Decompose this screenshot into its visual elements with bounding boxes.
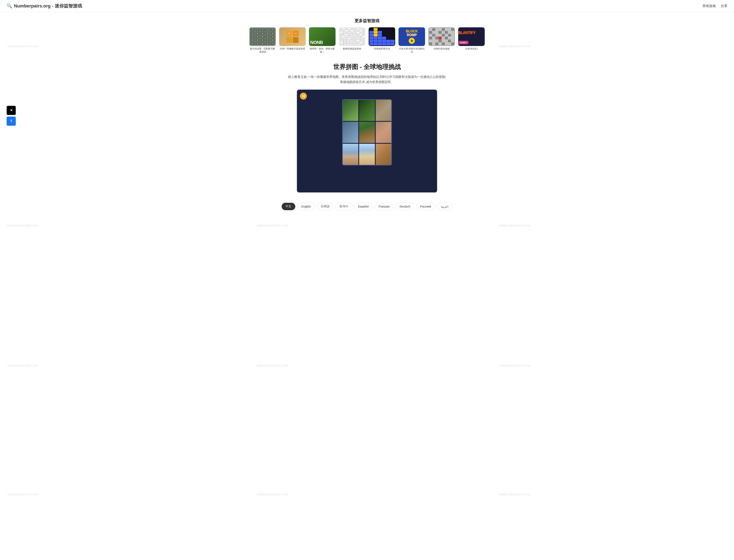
language-selector: 中文 English 日本語 한국어 Español Français Deut… [0, 197, 734, 217]
lang-btn-zh[interactable]: 中文 [281, 203, 295, 210]
more-games-title: 更多益智游戏 [7, 18, 727, 24]
game-title-sudoku: 数独经典益智游戏 [339, 47, 365, 50]
share-x-button[interactable]: ✕ [7, 106, 16, 115]
puzzle-piece-8 [359, 144, 375, 165]
puzzle-piece-9 [376, 144, 391, 165]
pause-button[interactable] [300, 93, 307, 100]
header: 🔍 Numberpairs.org - 迷你益智游戏 所有游戏 分享 [0, 0, 734, 12]
site-logo: 🔍 Numberpairs.org - 迷你益智游戏 [7, 3, 82, 9]
game-thumbnail-sudoku: 685974 724316 4376128 3894762 4752638 96… [339, 27, 365, 46]
main-game-section: 世界拼图 - 全球地理挑战 踏上教育之旅,一块一块重建世界地图。世界拼图挑战您的… [0, 59, 734, 197]
game-card-cannonball[interactable]: NONB 炮弹球 - 滚动、弹跳与爆破！ [309, 27, 335, 54]
game-card-minesweeper[interactable]: 12132 13212 21213 3🚩221 123132 1221 经典扫雷… [428, 27, 455, 54]
game-thumbnail-cannonball: NONB [309, 27, 335, 46]
game-title-block-romp: 方块大师-革新方块消除玩法 [399, 47, 425, 54]
lang-btn-de[interactable]: Deutsch [396, 203, 414, 210]
more-games-section: 更多益智游戏 53164 18293 75834 46172 34817 数字连… [0, 12, 734, 59]
main-game-title: 世界拼图 - 全球地理挑战 [7, 63, 727, 71]
game-title-minesweeper: 经典扫雷在线版 [428, 47, 455, 50]
header-nav: 所有游戏 分享 [703, 4, 727, 8]
game-thumbnail-2048: 4 10 [279, 27, 306, 46]
game-thumbnail-blastify: BLASTIFY Level 1 [458, 27, 485, 46]
main-game-description: 踏上教育之旅,一块一块重建世界地图。世界拼图挑战您的地理知识,同时让学习国家和大… [7, 74, 727, 85]
game-card-block-romp[interactable]: BLOCK ROMP 方块大师-革新方块消除玩法 [399, 27, 425, 54]
game-thumbnail-minesweeper: 12132 13212 21213 3🚩221 123132 1221 [428, 27, 455, 46]
game-card-2048[interactable]: 4 10 2048 - 经典数字益智游戏 [279, 27, 306, 54]
lang-btn-en[interactable]: English [297, 203, 315, 210]
puzzle-grid[interactable] [342, 99, 392, 165]
puzzle-piece-2 [359, 100, 375, 121]
game-thumbnail-tetris [369, 27, 395, 46]
pause-icon [302, 95, 304, 98]
puzzle-piece-7 [343, 144, 358, 165]
main-game-desc-line1: 踏上教育之旅,一块一块重建世界地图。世界拼图挑战您的地理知识,同时让学习国家和大… [7, 74, 727, 80]
lang-btn-ar[interactable]: اعربية [437, 203, 453, 210]
lang-btn-ru[interactable]: Русский [416, 203, 435, 210]
game-title-cannonball: 炮弹球 - 滚动、弹跳与爆破！ [309, 47, 335, 54]
lang-btn-es[interactable]: Español [354, 203, 373, 210]
facebook-icon: f [11, 119, 12, 123]
game-title-2048: 2048 - 经典数字益智游戏 [279, 47, 306, 50]
site-title: Numberpairs.org - 迷你益智游戏 [14, 3, 82, 9]
puzzle-piece-6 [376, 122, 391, 143]
game-thumbnail-block-romp: BLOCK ROMP [399, 27, 425, 46]
game-card-number-connect[interactable]: 53164 18293 75834 46172 34817 数字连连看 - 匹配… [249, 27, 276, 54]
all-games-link[interactable]: 所有游戏 [703, 4, 716, 8]
game-frame-wrapper: ✕ f [7, 89, 727, 193]
lang-btn-ja[interactable]: 日本語 [317, 203, 333, 210]
game-frame [296, 89, 438, 193]
search-icon: 🔍 [7, 3, 12, 9]
game-card-sudoku[interactable]: 685974 724316 4376128 3894762 4752638 96… [339, 27, 365, 54]
game-title-blastify: 方块消消乐2 [458, 47, 485, 50]
share-facebook-button[interactable]: f [7, 117, 16, 126]
game-title-tetris: 经典俄罗斯方块 [369, 47, 395, 50]
puzzle-piece-1 [343, 100, 358, 121]
game-card-tetris[interactable]: 经典俄罗斯方块 [369, 27, 395, 54]
game-card-blastify[interactable]: BLASTIFY Level 1 方块消消乐2 [458, 27, 485, 54]
side-share-buttons: ✕ f [7, 106, 16, 126]
main-game-desc-line2: 掌握地图拼装艺术,成为世界拼图冠军。 [7, 79, 727, 85]
lang-btn-ko[interactable]: 한국어 [335, 203, 352, 210]
games-carousel: 53164 18293 75834 46172 34817 数字连连看 - 匹配… [7, 27, 727, 54]
puzzle-piece-5 [359, 122, 375, 143]
puzzle-piece-3 [376, 100, 391, 121]
puzzle-piece-4 [343, 122, 358, 143]
lang-btn-fr[interactable]: Français [375, 203, 394, 210]
x-icon: ✕ [10, 108, 13, 112]
share-link[interactable]: 分享 [721, 4, 727, 8]
game-title-number-connect: 数字连连看 - 匹配数字解谜游戏 [249, 47, 276, 54]
game-thumbnail-number-connect: 53164 18293 75834 46172 34817 [249, 27, 276, 46]
